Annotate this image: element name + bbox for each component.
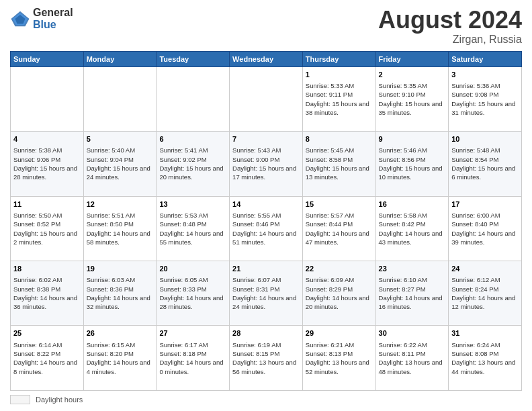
day-number: 15	[306, 199, 373, 210]
table-row: 9Sunrise: 5:46 AM Sunset: 8:56 PM Daylig…	[375, 132, 449, 196]
col-sunday: Sunday	[11, 51, 84, 66]
table-row: 27Sunrise: 6:17 AM Sunset: 8:18 PM Dayli…	[157, 326, 230, 391]
day-number: 20	[159, 264, 226, 274]
day-info: Sunrise: 5:36 AM Sunset: 9:08 PM Dayligh…	[451, 81, 519, 117]
calendar-week-row: 11Sunrise: 5:50 AM Sunset: 8:52 PM Dayli…	[11, 196, 522, 261]
day-number: 17	[451, 199, 519, 210]
day-number: 1	[306, 70, 373, 80]
day-info: Sunrise: 5:35 AM Sunset: 9:10 PM Dayligh…	[379, 81, 446, 117]
day-number: 19	[87, 264, 154, 274]
day-number: 13	[159, 199, 226, 210]
calendar-week-row: 4Sunrise: 5:38 AM Sunset: 9:06 PM Daylig…	[11, 132, 522, 196]
day-number: 21	[232, 264, 300, 274]
col-tuesday: Tuesday	[157, 51, 230, 66]
calendar-week-row: 18Sunrise: 6:02 AM Sunset: 8:38 PM Dayli…	[11, 261, 522, 326]
day-info: Sunrise: 5:33 AM Sunset: 9:11 PM Dayligh…	[306, 81, 373, 117]
table-row	[11, 66, 84, 131]
day-number: 29	[306, 328, 373, 338]
day-number: 23	[379, 264, 446, 274]
table-row: 25Sunrise: 6:14 AM Sunset: 8:22 PM Dayli…	[11, 326, 84, 391]
day-info: Sunrise: 5:55 AM Sunset: 8:46 PM Dayligh…	[232, 211, 300, 246]
day-number: 25	[13, 328, 81, 338]
title-block: August 2024 Zirgan, Russia	[378, 7, 522, 46]
day-number: 27	[159, 328, 226, 338]
day-info: Sunrise: 5:57 AM Sunset: 8:44 PM Dayligh…	[306, 211, 373, 246]
calendar-table: Sunday Monday Tuesday Wednesday Thursday…	[10, 51, 522, 391]
table-row: 15Sunrise: 5:57 AM Sunset: 8:44 PM Dayli…	[302, 196, 375, 261]
day-number: 5	[87, 134, 154, 144]
table-row: 12Sunrise: 5:51 AM Sunset: 8:50 PM Dayli…	[83, 196, 157, 261]
day-info: Sunrise: 6:02 AM Sunset: 8:38 PM Dayligh…	[13, 275, 81, 311]
day-info: Sunrise: 5:53 AM Sunset: 8:48 PM Dayligh…	[159, 211, 226, 246]
logo-general: General	[33, 7, 73, 19]
day-info: Sunrise: 6:14 AM Sunset: 8:22 PM Dayligh…	[13, 340, 81, 376]
table-row: 5Sunrise: 5:40 AM Sunset: 9:04 PM Daylig…	[83, 132, 157, 196]
table-row: 17Sunrise: 6:00 AM Sunset: 8:40 PM Dayli…	[449, 196, 522, 261]
day-info: Sunrise: 6:24 AM Sunset: 8:08 PM Dayligh…	[451, 340, 519, 376]
table-row: 18Sunrise: 6:02 AM Sunset: 8:38 PM Dayli…	[11, 261, 84, 326]
calendar-week-row: 1Sunrise: 5:33 AM Sunset: 9:11 PM Daylig…	[11, 66, 522, 131]
table-row: 16Sunrise: 5:58 AM Sunset: 8:42 PM Dayli…	[375, 196, 449, 261]
day-number: 11	[13, 199, 81, 210]
table-row: 4Sunrise: 5:38 AM Sunset: 9:06 PM Daylig…	[11, 132, 84, 196]
day-info: Sunrise: 6:09 AM Sunset: 8:29 PM Dayligh…	[306, 275, 373, 311]
day-info: Sunrise: 5:58 AM Sunset: 8:42 PM Dayligh…	[379, 211, 446, 246]
day-info: Sunrise: 6:12 AM Sunset: 8:24 PM Dayligh…	[451, 275, 519, 311]
day-info: Sunrise: 6:22 AM Sunset: 8:11 PM Dayligh…	[379, 340, 446, 376]
table-row: 19Sunrise: 6:03 AM Sunset: 8:36 PM Dayli…	[83, 261, 157, 326]
table-row: 24Sunrise: 6:12 AM Sunset: 8:24 PM Dayli…	[449, 261, 522, 326]
day-info: Sunrise: 6:17 AM Sunset: 8:18 PM Dayligh…	[159, 340, 226, 376]
table-row: 8Sunrise: 5:45 AM Sunset: 8:58 PM Daylig…	[302, 132, 375, 196]
table-row: 1Sunrise: 5:33 AM Sunset: 9:11 PM Daylig…	[302, 66, 375, 131]
table-row	[157, 66, 230, 131]
day-number: 4	[13, 134, 81, 144]
day-number: 3	[451, 70, 519, 80]
day-number: 10	[451, 134, 519, 144]
table-row: 10Sunrise: 5:48 AM Sunset: 8:54 PM Dayli…	[449, 132, 522, 196]
day-info: Sunrise: 5:40 AM Sunset: 9:04 PM Dayligh…	[87, 146, 154, 181]
day-info: Sunrise: 5:48 AM Sunset: 8:54 PM Dayligh…	[451, 146, 519, 181]
day-number: 14	[232, 199, 300, 210]
day-number: 6	[159, 134, 226, 144]
day-info: Sunrise: 5:41 AM Sunset: 9:02 PM Dayligh…	[159, 146, 226, 181]
table-row: 3Sunrise: 5:36 AM Sunset: 9:08 PM Daylig…	[449, 66, 522, 131]
col-saturday: Saturday	[449, 51, 522, 66]
day-info: Sunrise: 5:51 AM Sunset: 8:50 PM Dayligh…	[87, 211, 154, 246]
day-info: Sunrise: 5:45 AM Sunset: 8:58 PM Dayligh…	[306, 146, 373, 181]
day-number: 28	[232, 328, 300, 338]
col-monday: Monday	[83, 51, 157, 66]
table-row	[230, 66, 303, 131]
day-info: Sunrise: 5:50 AM Sunset: 8:52 PM Dayligh…	[13, 211, 81, 246]
day-info: Sunrise: 6:21 AM Sunset: 8:13 PM Dayligh…	[306, 340, 373, 376]
table-row: 20Sunrise: 6:05 AM Sunset: 8:33 PM Dayli…	[157, 261, 230, 326]
table-row: 29Sunrise: 6:21 AM Sunset: 8:13 PM Dayli…	[302, 326, 375, 391]
day-info: Sunrise: 6:19 AM Sunset: 8:15 PM Dayligh…	[232, 340, 300, 376]
day-number: 9	[379, 134, 446, 144]
day-number: 22	[306, 264, 373, 274]
table-row: 21Sunrise: 6:07 AM Sunset: 8:31 PM Dayli…	[230, 261, 303, 326]
logo: General Blue	[10, 7, 73, 30]
day-number: 31	[451, 328, 519, 338]
day-number: 7	[232, 134, 300, 144]
table-row	[83, 66, 157, 131]
day-info: Sunrise: 5:43 AM Sunset: 9:00 PM Dayligh…	[232, 146, 300, 181]
col-thursday: Thursday	[302, 51, 375, 66]
day-info: Sunrise: 6:00 AM Sunset: 8:40 PM Dayligh…	[451, 211, 519, 246]
day-number: 8	[306, 134, 373, 144]
day-info: Sunrise: 6:10 AM Sunset: 8:27 PM Dayligh…	[379, 275, 446, 311]
day-number: 12	[87, 199, 154, 210]
col-friday: Friday	[375, 51, 449, 66]
header: General Blue August 2024 Zirgan, Russia	[10, 7, 522, 46]
day-number: 2	[379, 70, 446, 80]
table-row: 13Sunrise: 5:53 AM Sunset: 8:48 PM Dayli…	[157, 196, 230, 261]
table-row: 28Sunrise: 6:19 AM Sunset: 8:15 PM Dayli…	[230, 326, 303, 391]
day-info: Sunrise: 5:46 AM Sunset: 8:56 PM Dayligh…	[379, 146, 446, 181]
day-info: Sunrise: 6:15 AM Sunset: 8:20 PM Dayligh…	[87, 340, 154, 376]
table-row: 26Sunrise: 6:15 AM Sunset: 8:20 PM Dayli…	[83, 326, 157, 391]
daylight-label: Daylight hours	[36, 396, 83, 404]
table-row: 14Sunrise: 5:55 AM Sunset: 8:46 PM Dayli…	[230, 196, 303, 261]
calendar-header-row: Sunday Monday Tuesday Wednesday Thursday…	[11, 51, 522, 66]
day-info: Sunrise: 5:38 AM Sunset: 9:06 PM Dayligh…	[13, 146, 81, 181]
table-row: 2Sunrise: 5:35 AM Sunset: 9:10 PM Daylig…	[375, 66, 449, 131]
day-info: Sunrise: 6:07 AM Sunset: 8:31 PM Dayligh…	[232, 275, 300, 311]
